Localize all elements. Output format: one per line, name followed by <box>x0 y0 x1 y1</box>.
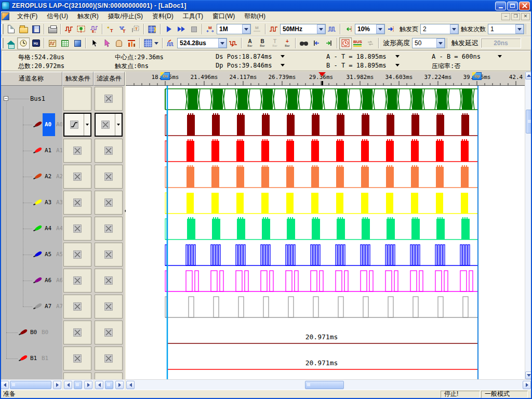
ds-flag-icon[interactable]: Ds <box>161 72 170 80</box>
trigger-position-button[interactable] <box>342 23 355 35</box>
menu-信号U[interactable]: 信号(U) <box>42 11 73 22</box>
waveform-scroll-thumb[interactable] <box>305 381 344 389</box>
sample-rate-dropdown[interactable] <box>317 24 325 34</box>
trigger-cell[interactable] <box>63 373 91 379</box>
goto-start-button[interactable] <box>310 37 323 49</box>
trigger-cell[interactable] <box>63 217 91 241</box>
filter-cell[interactable] <box>95 87 123 111</box>
trigger-count-combobox[interactable]: 1 <box>488 24 524 34</box>
menu-摄取/停止S[interactable]: 摄取/停止(S) <box>103 11 148 22</box>
time-per-grid-combobox[interactable]: 524.28us <box>177 38 227 48</box>
filter-cell[interactable] <box>95 243 123 267</box>
filter-cell[interactable] <box>95 165 123 189</box>
signal-blue-button[interactable] <box>326 23 338 35</box>
scroll-right-button[interactable] <box>115 381 124 389</box>
scroll-left-button[interactable] <box>64 381 72 389</box>
channel-label[interactable]: A1 <box>45 147 51 154</box>
wave-height-combobox[interactable]: 50 <box>412 38 445 48</box>
channel-label[interactable]: B0 <box>30 329 37 336</box>
trigger-cell[interactable] <box>63 347 91 370</box>
memory-page-button[interactable]: M <box>204 23 217 35</box>
trigger-count-dropdown[interactable] <box>515 24 524 34</box>
signal-red-button[interactable] <box>268 23 280 35</box>
channel-label[interactable]: B1 <box>30 355 37 362</box>
scroll-right-button[interactable] <box>53 381 61 389</box>
header-filter-condition[interactable]: 滤波条件 <box>94 72 125 86</box>
filter-cell-selected[interactable] <box>95 113 123 137</box>
channel-label[interactable]: A6 <box>45 277 51 284</box>
trigger-cell[interactable] <box>63 295 91 318</box>
scroll-left-button[interactable] <box>95 381 103 389</box>
timer-button[interactable] <box>339 37 352 49</box>
trigger-mark-button[interactable]: ✶T <box>104 23 117 35</box>
menu-工具T[interactable]: 工具(T) <box>178 11 208 22</box>
find-button[interactable] <box>298 37 310 49</box>
menu-窗口W[interactable]: 窗口(W) <box>208 11 240 22</box>
dp-flag-icon[interactable]: Dp <box>472 72 482 80</box>
clock-mode-button[interactable] <box>17 37 30 49</box>
filter-cell[interactable] <box>95 217 123 241</box>
open-file-button[interactable] <box>17 23 30 35</box>
channel-label[interactable]: A5 <box>45 251 51 258</box>
channel-label[interactable]: A2 <box>45 173 51 180</box>
ds-pos-dropdown[interactable] <box>279 53 286 60</box>
child-close-button[interactable]: ✕ <box>521 13 530 20</box>
channel-label[interactable]: A4 <box>45 225 51 232</box>
filter-cell[interactable] <box>95 295 123 318</box>
waveform-area[interactable]: 20.971ms20.971ms <box>126 86 525 379</box>
listing-window-button[interactable] <box>59 37 71 49</box>
filter-cell[interactable] <box>95 373 123 379</box>
waveform-window-button[interactable] <box>46 37 59 49</box>
sampling-config-button[interactable] <box>75 23 88 35</box>
new-file-button[interactable] <box>5 23 17 35</box>
filter-cell[interactable] <box>95 347 123 370</box>
time-per-grid-dropdown[interactable] <box>218 38 227 48</box>
trigger-cell[interactable] <box>63 139 91 163</box>
memory-page-disabled-button[interactable]: M <box>251 23 263 35</box>
b-bar-button[interactable]: BBar <box>256 37 269 49</box>
filter-cell[interactable] <box>95 269 123 292</box>
zoom-wave-button[interactable] <box>165 37 177 49</box>
scroll-thumb[interactable] <box>74 381 82 389</box>
add-bar-button[interactable]: +Bar <box>281 37 294 49</box>
menu-文件F[interactable]: 文件(F) <box>12 11 42 22</box>
trigger-cell[interactable] <box>63 243 91 267</box>
mark-cursor-button[interactable] <box>100 37 113 49</box>
child-restore-button[interactable]: ❐ <box>511 13 520 20</box>
sampling-setup-button[interactable] <box>63 23 75 35</box>
tree-expand-button[interactable]: − <box>4 96 8 101</box>
header-channel-name[interactable]: 通道名称 <box>0 72 62 86</box>
trigger-cell[interactable] <box>63 321 91 344</box>
trigger-cell[interactable] <box>63 165 91 189</box>
bus-label[interactable]: Bus1 <box>30 95 45 102</box>
menu-帮助H[interactable]: 帮助(H) <box>240 11 270 22</box>
close-button[interactable] <box>519 2 530 10</box>
stop-button[interactable] <box>188 23 200 35</box>
trigger-clear-button[interactable]: T <box>129 23 142 35</box>
scroll-right-button[interactable] <box>523 381 531 389</box>
memory-size-dropdown[interactable] <box>242 24 250 34</box>
navigator-button[interactable] <box>71 37 84 49</box>
trigger-page-dropdown[interactable] <box>450 24 458 34</box>
filter-cell[interactable] <box>95 321 123 344</box>
timeline-ruler[interactable]: 18.875ms21.496ms24.117ms26.739ms29.36ms3… <box>126 72 525 86</box>
frequency-mode-button[interactable]: Hz <box>30 37 42 49</box>
trigger-position-combobox[interactable]: 10% <box>355 24 385 34</box>
trigger-set-button[interactable]: T <box>117 23 129 35</box>
trigger-cell[interactable] <box>63 269 91 292</box>
bus-toggle-button[interactable]: BUS <box>352 37 364 49</box>
trigger-cell-selected[interactable] <box>63 113 91 137</box>
home-button[interactable] <box>5 37 17 49</box>
scroll-thumb[interactable] <box>105 381 113 389</box>
filter-cell[interactable] <box>95 139 123 163</box>
select-cursor-button[interactable] <box>88 37 100 49</box>
channel-label[interactable]: A7 <box>45 303 51 310</box>
waveform-scrollbar[interactable] <box>126 379 532 390</box>
sampling-edge-button[interactable]: E↓ <box>88 23 100 35</box>
trigger-dropdown[interactable] <box>84 114 90 136</box>
trigger-page-combobox[interactable]: 2 <box>420 24 459 34</box>
child-minimize-button[interactable]: – <box>501 13 510 20</box>
bar-chart-button[interactable] <box>125 37 138 49</box>
run-repeat-button[interactable] <box>175 23 188 35</box>
filter-cell[interactable] <box>95 191 123 215</box>
